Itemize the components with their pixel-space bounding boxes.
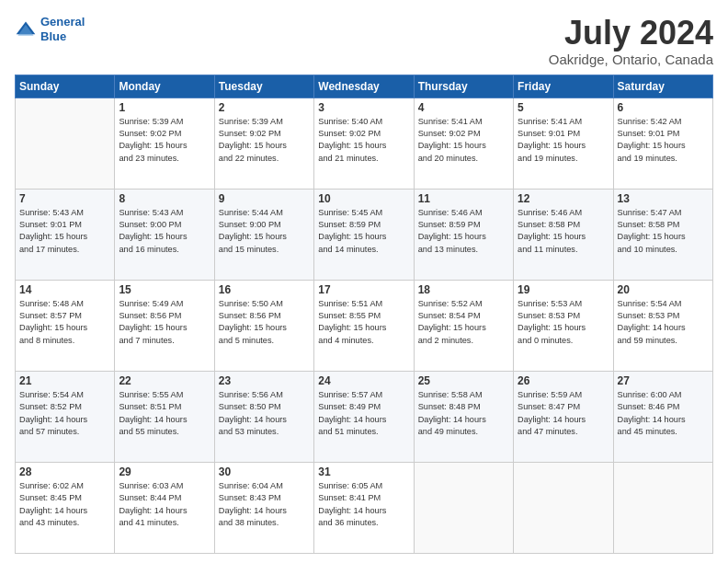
cell-info: Sunrise: 5:43 AMSunset: 9:01 PMDaylight:… xyxy=(19,207,110,256)
day-number: 31 xyxy=(318,465,409,478)
cell-info: Sunrise: 6:03 AMSunset: 8:44 PMDaylight:… xyxy=(119,480,210,529)
week-row-1: 1Sunrise: 5:39 AMSunset: 9:02 PMDaylight… xyxy=(16,98,713,189)
cell-info: Sunrise: 5:39 AMSunset: 9:02 PMDaylight:… xyxy=(119,116,210,165)
day-number: 11 xyxy=(418,192,509,205)
main-title: July 2024 xyxy=(549,15,713,52)
cell-info: Sunrise: 5:39 AMSunset: 9:02 PMDaylight:… xyxy=(219,116,310,165)
cell-info: Sunrise: 5:47 AMSunset: 8:58 PMDaylight:… xyxy=(618,207,709,256)
cell-info: Sunrise: 6:00 AMSunset: 8:46 PMDaylight:… xyxy=(618,389,709,438)
day-header-tuesday: Tuesday xyxy=(214,75,313,98)
cell-info: Sunrise: 5:57 AMSunset: 8:49 PMDaylight:… xyxy=(318,389,409,438)
day-number: 2 xyxy=(219,101,310,114)
day-number: 10 xyxy=(318,192,409,205)
day-number: 3 xyxy=(318,101,409,114)
cell-info: Sunrise: 5:40 AMSunset: 9:02 PMDaylight:… xyxy=(318,116,409,165)
day-number: 1 xyxy=(119,101,210,114)
week-row-2: 7Sunrise: 5:43 AMSunset: 9:01 PMDaylight… xyxy=(16,189,713,280)
calendar-cell: 9Sunrise: 5:44 AMSunset: 9:00 PMDaylight… xyxy=(214,189,313,280)
calendar-cell: 22Sunrise: 5:55 AMSunset: 8:51 PMDayligh… xyxy=(115,371,214,462)
cell-info: Sunrise: 5:46 AMSunset: 8:58 PMDaylight:… xyxy=(518,207,609,256)
cell-info: Sunrise: 5:54 AMSunset: 8:53 PMDaylight:… xyxy=(618,298,709,347)
calendar-cell: 20Sunrise: 5:54 AMSunset: 8:53 PMDayligh… xyxy=(613,280,712,371)
cell-info: Sunrise: 5:43 AMSunset: 9:00 PMDaylight:… xyxy=(119,207,210,256)
cell-info: Sunrise: 5:55 AMSunset: 8:51 PMDaylight:… xyxy=(119,389,210,438)
day-number: 23 xyxy=(219,374,310,387)
day-number: 12 xyxy=(518,192,609,205)
calendar-cell xyxy=(514,462,613,553)
calendar-cell: 15Sunrise: 5:49 AMSunset: 8:56 PMDayligh… xyxy=(115,280,214,371)
logo: General Blue xyxy=(15,15,85,43)
calendar-cell: 13Sunrise: 5:47 AMSunset: 8:58 PMDayligh… xyxy=(613,189,712,280)
day-number: 13 xyxy=(618,192,709,205)
calendar-table: SundayMondayTuesdayWednesdayThursdayFrid… xyxy=(15,75,713,554)
day-header-wednesday: Wednesday xyxy=(314,75,414,98)
day-number: 5 xyxy=(518,101,609,114)
day-number: 4 xyxy=(418,101,509,114)
calendar-cell: 6Sunrise: 5:42 AMSunset: 9:01 PMDaylight… xyxy=(613,98,712,189)
cell-info: Sunrise: 5:51 AMSunset: 8:55 PMDaylight:… xyxy=(318,298,409,347)
cell-info: Sunrise: 5:42 AMSunset: 9:01 PMDaylight:… xyxy=(618,116,709,165)
day-header-saturday: Saturday xyxy=(613,75,712,98)
calendar-cell: 3Sunrise: 5:40 AMSunset: 9:02 PMDaylight… xyxy=(314,98,414,189)
cell-info: Sunrise: 5:46 AMSunset: 8:59 PMDaylight:… xyxy=(418,207,509,256)
week-row-4: 21Sunrise: 5:54 AMSunset: 8:52 PMDayligh… xyxy=(16,371,713,462)
calendar-cell: 18Sunrise: 5:52 AMSunset: 8:54 PMDayligh… xyxy=(414,280,513,371)
day-number: 18 xyxy=(418,283,509,296)
cell-info: Sunrise: 5:48 AMSunset: 8:57 PMDaylight:… xyxy=(19,298,110,347)
logo-line2: Blue xyxy=(40,29,66,43)
cell-info: Sunrise: 5:53 AMSunset: 8:53 PMDaylight:… xyxy=(518,298,609,347)
calendar-cell: 2Sunrise: 5:39 AMSunset: 9:02 PMDaylight… xyxy=(214,98,313,189)
calendar-cell xyxy=(613,462,712,553)
day-number: 26 xyxy=(518,374,609,387)
cell-info: Sunrise: 5:58 AMSunset: 8:48 PMDaylight:… xyxy=(418,389,509,438)
cell-info: Sunrise: 5:41 AMSunset: 9:01 PMDaylight:… xyxy=(518,116,609,165)
week-row-3: 14Sunrise: 5:48 AMSunset: 8:57 PMDayligh… xyxy=(16,280,713,371)
cell-info: Sunrise: 5:54 AMSunset: 8:52 PMDaylight:… xyxy=(19,389,110,438)
calendar-cell: 25Sunrise: 5:58 AMSunset: 8:48 PMDayligh… xyxy=(414,371,513,462)
calendar-cell: 29Sunrise: 6:03 AMSunset: 8:44 PMDayligh… xyxy=(115,462,214,553)
day-number: 6 xyxy=(618,101,709,114)
calendar-cell xyxy=(414,462,513,553)
calendar-cell xyxy=(16,98,115,189)
cell-info: Sunrise: 5:41 AMSunset: 9:02 PMDaylight:… xyxy=(418,116,509,165)
calendar-cell: 11Sunrise: 5:46 AMSunset: 8:59 PMDayligh… xyxy=(414,189,513,280)
calendar-cell: 5Sunrise: 5:41 AMSunset: 9:01 PMDaylight… xyxy=(514,98,613,189)
day-number: 19 xyxy=(518,283,609,296)
day-number: 15 xyxy=(119,283,210,296)
cell-info: Sunrise: 5:49 AMSunset: 8:56 PMDaylight:… xyxy=(119,298,210,347)
calendar-cell: 23Sunrise: 5:56 AMSunset: 8:50 PMDayligh… xyxy=(214,371,313,462)
cell-info: Sunrise: 5:44 AMSunset: 9:00 PMDaylight:… xyxy=(219,207,310,256)
calendar-cell: 7Sunrise: 5:43 AMSunset: 9:01 PMDaylight… xyxy=(16,189,115,280)
header: General Blue July 2024 Oakridge, Ontario… xyxy=(15,15,713,67)
cell-info: Sunrise: 6:04 AMSunset: 8:43 PMDaylight:… xyxy=(219,480,310,529)
day-number: 27 xyxy=(618,374,709,387)
logo-text: General Blue xyxy=(40,15,85,43)
calendar-cell: 10Sunrise: 5:45 AMSunset: 8:59 PMDayligh… xyxy=(314,189,414,280)
calendar-cell: 26Sunrise: 5:59 AMSunset: 8:47 PMDayligh… xyxy=(514,371,613,462)
calendar-cell: 31Sunrise: 6:05 AMSunset: 8:41 PMDayligh… xyxy=(314,462,414,553)
day-number: 8 xyxy=(119,192,210,205)
day-header-thursday: Thursday xyxy=(414,75,513,98)
day-number: 28 xyxy=(19,465,110,478)
cell-info: Sunrise: 6:02 AMSunset: 8:45 PMDaylight:… xyxy=(19,480,110,529)
calendar-cell: 16Sunrise: 5:50 AMSunset: 8:56 PMDayligh… xyxy=(214,280,313,371)
day-number: 7 xyxy=(19,192,110,205)
calendar-cell: 24Sunrise: 5:57 AMSunset: 8:49 PMDayligh… xyxy=(314,371,414,462)
day-number: 14 xyxy=(19,283,110,296)
calendar-cell: 19Sunrise: 5:53 AMSunset: 8:53 PMDayligh… xyxy=(514,280,613,371)
calendar-cell: 4Sunrise: 5:41 AMSunset: 9:02 PMDaylight… xyxy=(414,98,513,189)
subtitle: Oakridge, Ontario, Canada xyxy=(549,52,713,67)
cell-info: Sunrise: 5:50 AMSunset: 8:56 PMDaylight:… xyxy=(219,298,310,347)
day-header-monday: Monday xyxy=(115,75,214,98)
day-number: 29 xyxy=(119,465,210,478)
day-number: 16 xyxy=(219,283,310,296)
calendar-cell: 14Sunrise: 5:48 AMSunset: 8:57 PMDayligh… xyxy=(16,280,115,371)
day-number: 22 xyxy=(119,374,210,387)
calendar-cell: 30Sunrise: 6:04 AMSunset: 8:43 PMDayligh… xyxy=(214,462,313,553)
day-number: 9 xyxy=(219,192,310,205)
title-block: July 2024 Oakridge, Ontario, Canada xyxy=(549,15,713,67)
cell-info: Sunrise: 5:56 AMSunset: 8:50 PMDaylight:… xyxy=(219,389,310,438)
calendar-cell: 27Sunrise: 6:00 AMSunset: 8:46 PMDayligh… xyxy=(613,371,712,462)
day-number: 30 xyxy=(219,465,310,478)
calendar-page: General Blue July 2024 Oakridge, Ontario… xyxy=(0,0,728,563)
